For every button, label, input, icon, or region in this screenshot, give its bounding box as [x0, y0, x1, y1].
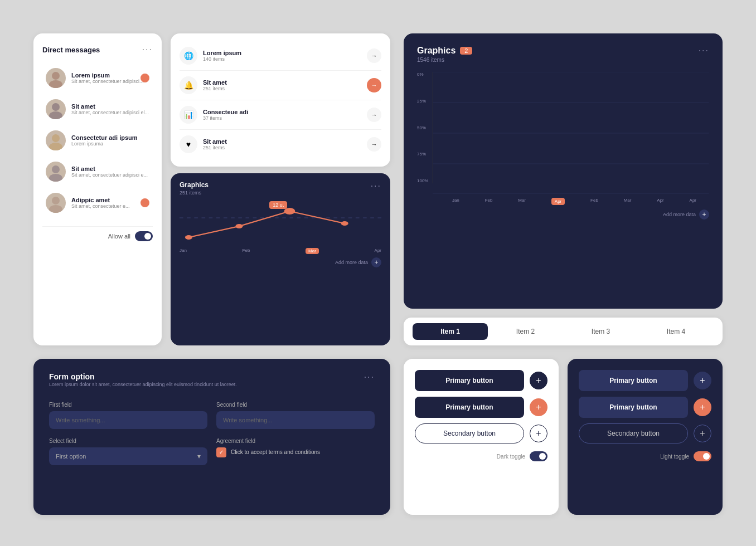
- tab-item-3[interactable]: Item 3: [563, 323, 638, 340]
- bar-chart-panel: Graphics 2 1546 items ··· 100% 75% 50% 2…: [404, 33, 723, 309]
- dm-sub: Sit amet, consectetuer adipisci el...: [71, 110, 149, 115]
- svg-point-12: [235, 224, 243, 228]
- x-label: Feb: [590, 198, 598, 205]
- agreement-checkbox[interactable]: ✓: [216, 447, 226, 457]
- plus-btn-2[interactable]: +: [530, 398, 547, 416]
- notif-item[interactable]: 🌐 Lorem ipsum 140 items →: [180, 41, 381, 71]
- plus-btn-2-light[interactable]: +: [694, 398, 711, 416]
- chart-tooltip: 12 u.: [269, 201, 287, 209]
- add-more-btn[interactable]: +: [371, 257, 381, 267]
- plus-btn-3[interactable]: +: [530, 425, 547, 442]
- notif-arrow-btn[interactable]: →: [367, 48, 381, 63]
- x-label: Apr: [657, 198, 663, 205]
- select-wrapper: First option Second option ▾: [49, 447, 207, 465]
- svg-point-14: [341, 221, 348, 226]
- panel-footer: Dark toggle: [415, 451, 547, 461]
- form-group-second: Second field: [216, 402, 375, 429]
- agreement-text: Click to accept terms and conditions: [231, 449, 320, 455]
- agreement-row: ✓ Click to accept terms and conditions: [216, 447, 375, 457]
- dm-name: Sit amet: [71, 165, 149, 172]
- globe-icon: 🌐: [180, 47, 197, 65]
- dm-item[interactable]: Sit amet Sit amet, consectetuer adipisci…: [42, 95, 153, 124]
- tab-item-1[interactable]: Item 1: [413, 323, 488, 340]
- dm-item[interactable]: Sit amet Sit amet, consectetuer adipisci…: [42, 157, 153, 186]
- y-label: 25%: [417, 99, 428, 104]
- dark-toggle-panel: Primary button + Primary button + Second…: [404, 359, 559, 515]
- first-field-input[interactable]: [49, 411, 207, 429]
- notif-info: Sit amet 251 items: [203, 138, 361, 150]
- svg-point-9: [49, 205, 62, 213]
- chart-title: Graphics: [417, 46, 455, 56]
- notif-info: Lorem ipsum 140 items: [203, 50, 361, 62]
- allow-all-toggle[interactable]: [135, 231, 153, 241]
- x-label-active: Apr: [551, 198, 565, 205]
- primary-button-2[interactable]: Primary button: [415, 397, 524, 418]
- mini-graph-title: Graphics: [180, 181, 209, 189]
- dm-info: Lorem ipsum Sit amet, consectetuer adipi…: [71, 72, 149, 84]
- notif-name: Consecteue adi: [203, 109, 361, 115]
- dm-name: Consectetur adi ipsum: [71, 134, 149, 141]
- dm-sub: Sit amet, consectetuer adipisci e...: [71, 172, 149, 178]
- chart-more-btn[interactable]: ···: [699, 46, 709, 56]
- form-row-1: First field Second field: [49, 402, 375, 429]
- svg-point-0: [52, 72, 60, 80]
- chart-header: Graphics 2 1546 items ···: [417, 46, 709, 63]
- tab-item-4[interactable]: Item 4: [638, 323, 714, 340]
- y-axis: 100% 75% 50% 25% 0%: [417, 72, 428, 183]
- y-label: 0%: [417, 72, 428, 77]
- add-more-btn[interactable]: +: [699, 209, 709, 220]
- notif-item[interactable]: 🔔 Sit amet 251 items →: [180, 71, 381, 100]
- chart-badge: 2: [460, 47, 472, 55]
- form-row-2: Select field First option Second option …: [49, 438, 375, 465]
- plus-btn-1[interactable]: +: [530, 372, 547, 389]
- dm-title: Direct messages: [42, 46, 100, 54]
- dm-more-btn[interactable]: ···: [142, 45, 153, 55]
- y-label: 75%: [417, 152, 428, 157]
- svg-point-8: [52, 197, 60, 204]
- dark-toggle-label: Dark toggle: [497, 454, 525, 460]
- dm-item[interactable]: Consectetur adi ipsum Lorem ipsuma: [42, 126, 153, 155]
- chart-sub: 1546 items: [417, 57, 472, 63]
- svg-point-2: [52, 103, 60, 111]
- secondary-button[interactable]: Secondary button: [415, 423, 524, 443]
- notif-panel: 🌐 Lorem ipsum 140 items → 🔔 Sit amet 251…: [171, 33, 390, 167]
- form-more-btn[interactable]: ···: [364, 372, 375, 382]
- notif-item[interactable]: ♥ Sit amet 251 items →: [180, 130, 381, 159]
- notif-name: Sit amet: [203, 79, 361, 86]
- secondary-button-light[interactable]: Secondary button: [579, 423, 688, 443]
- primary-button-1-light[interactable]: Primary button: [579, 370, 688, 391]
- form-group-first: First field: [49, 402, 207, 429]
- form-title: Form option: [49, 372, 237, 381]
- tab-item-2[interactable]: Item 2: [488, 323, 563, 340]
- dark-toggle[interactable]: [530, 451, 547, 461]
- mini-graph-more-btn[interactable]: ···: [371, 181, 381, 191]
- plus-btn-1-light[interactable]: +: [694, 372, 711, 389]
- chart-icon: 📊: [180, 106, 197, 124]
- notif-item[interactable]: 📊 Consecteue adi 37 items →: [180, 100, 381, 130]
- plus-btn-3-light[interactable]: +: [694, 425, 711, 442]
- notif-info: Sit amet 251 items: [203, 79, 361, 91]
- notif-count: 251 items: [203, 145, 361, 150]
- dm-name: Lorem ipsum: [71, 72, 149, 79]
- heart-icon: ♥: [180, 135, 197, 153]
- notif-arrow-btn[interactable]: →: [367, 137, 381, 152]
- dm-panel: Direct messages ··· Lorem ipsum Sit amet…: [33, 33, 162, 345]
- notif-arrow-btn-orange[interactable]: →: [367, 78, 381, 92]
- dm-name: Sit amet: [71, 103, 149, 110]
- dm-item[interactable]: Adippic amet Sit amet, consectetuer e...: [42, 188, 153, 217]
- second-field-input[interactable]: [216, 411, 375, 429]
- select-field[interactable]: First option Second option: [49, 447, 207, 465]
- primary-button-2-light[interactable]: Primary button: [579, 397, 688, 418]
- svg-point-11: [185, 235, 192, 240]
- svg-point-1: [49, 80, 62, 88]
- dm-info: Sit amet Sit amet, consectetuer adipisci…: [71, 103, 149, 115]
- notif-arrow-btn[interactable]: →: [367, 108, 381, 122]
- primary-button-1[interactable]: Primary button: [415, 370, 524, 391]
- light-toggle[interactable]: [694, 451, 711, 461]
- x-label: Jan: [452, 198, 459, 205]
- x-label: Apr: [690, 198, 696, 205]
- svg-point-4: [52, 134, 60, 142]
- notif-count: 140 items: [203, 56, 361, 62]
- line-chart: 12 u.: [180, 201, 381, 246]
- dm-item[interactable]: Lorem ipsum Sit amet, consectetuer adipi…: [42, 64, 153, 92]
